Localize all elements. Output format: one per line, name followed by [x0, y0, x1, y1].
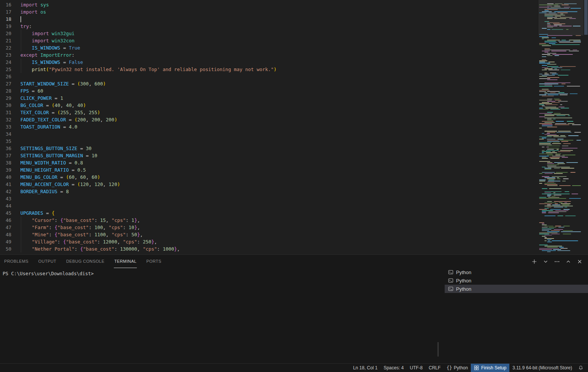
- line-content: import win32gui: [20, 30, 74, 37]
- line-content: IS_WINDOWS = True: [20, 44, 80, 51]
- terminal-list-label: Python: [456, 278, 471, 284]
- line-number: 29: [0, 95, 11, 102]
- status-cursor-position[interactable]: Ln 18, Col 1: [350, 364, 381, 372]
- line-number: 47: [0, 224, 11, 231]
- terminal-scrollbar-thumb[interactable]: [438, 342, 439, 356]
- editor-scrollbar-thumb[interactable]: [584, 0, 588, 35]
- code-line-27[interactable]: 27START_WINDOW_SIZE = (300, 600): [0, 80, 535, 87]
- terminal-list-item-3[interactable]: Python: [445, 285, 588, 293]
- finish-setup-icon: [474, 365, 479, 370]
- status-notifications[interactable]: [575, 364, 586, 372]
- line-content: print("Pywin32 not installed. 'Always On…: [20, 66, 276, 73]
- line-number: 31: [0, 109, 11, 116]
- line-number: 40: [0, 174, 11, 181]
- code-line-47[interactable]: 47 "Farm": {"base_cost": 100, "cps": 10}…: [0, 224, 535, 231]
- line-number: 43: [0, 195, 11, 202]
- code-line-24[interactable]: 24 IS_WINDOWS = False: [0, 59, 535, 66]
- code-editor[interactable]: 16import sys17import os1819try:20 import…: [0, 0, 588, 254]
- status-finish-setup-label: Finish Setup: [481, 365, 506, 370]
- panel-tab-debug-console[interactable]: DEBUG CONSOLE: [66, 255, 105, 268]
- code-line-49[interactable]: 49 "Village": {"base_cost": 12000, "cps"…: [0, 238, 535, 245]
- code-line-48[interactable]: 48 "Mine": {"base_cost": 1100, "cps": 50…: [0, 231, 535, 238]
- code-line-18[interactable]: 18: [0, 16, 535, 23]
- code-line-19[interactable]: 19try:: [0, 23, 535, 30]
- line-content: MENU_HEIGHT_RATIO = 0.5: [20, 166, 86, 174]
- code-line-26[interactable]: 26: [0, 73, 535, 80]
- code-line-38[interactable]: 38MENU_WIDTH_RATIO = 0.8: [0, 159, 535, 166]
- more-actions-icon[interactable]: [554, 259, 560, 265]
- panel-tab-terminal[interactable]: TERMINAL: [114, 255, 137, 268]
- status-python-interpreter[interactable]: 3.11.9 64-bit (Microsoft Store): [509, 364, 575, 372]
- panel-tab-ports[interactable]: PORTS: [146, 255, 162, 268]
- terminal-list-item-2[interactable]: Python: [445, 276, 588, 285]
- line-content: MENU_BG_COLOR = (60, 60, 60): [20, 174, 100, 181]
- status-encoding[interactable]: UTF-8: [407, 364, 426, 372]
- code-line-42[interactable]: 42BORDER_RADIUS = 8: [0, 188, 535, 195]
- code-line-36[interactable]: 36SETTINGS_BUTTON_SIZE = 30: [0, 145, 535, 152]
- line-number: 50: [0, 245, 11, 253]
- status-indentation[interactable]: Spaces: 4: [380, 364, 406, 372]
- code-line-44[interactable]: 44: [0, 202, 535, 209]
- terminal-output[interactable]: PS C:\Users\user\Downloads\dist>: [0, 268, 442, 363]
- line-number: 18: [0, 16, 11, 23]
- code-line-34[interactable]: 34: [0, 130, 535, 138]
- terminal-list: PythonPythonPython: [445, 268, 588, 363]
- line-number: 28: [0, 87, 11, 95]
- status-cursor-position-label: Ln 18, Col 1: [353, 365, 378, 370]
- line-content: SETTINGS_BUTTON_SIZE = 30: [20, 145, 92, 152]
- code-line-46[interactable]: 46 "Cursor": {"base_cost": 15, "cps": 1}…: [0, 217, 535, 224]
- status-finish-setup[interactable]: Finish Setup: [471, 364, 509, 372]
- code-line-30[interactable]: 30BG_COLOR = (40, 40, 40): [0, 102, 535, 109]
- code-line-45[interactable]: 45UPGRADES = {: [0, 209, 535, 217]
- code-line-29[interactable]: 29CLICK_POWER = 1: [0, 95, 535, 102]
- code-line-20[interactable]: 20 import win32gui: [0, 30, 535, 37]
- status-eol[interactable]: CRLF: [426, 364, 444, 372]
- code-line-25[interactable]: 25 print("Pywin32 not installed. 'Always…: [0, 66, 535, 73]
- code-line-41[interactable]: 41MENU_ACCENT_COLOR = (120, 120, 120): [0, 181, 535, 188]
- line-number: 19: [0, 23, 11, 30]
- terminal-list-item-1[interactable]: Python: [445, 268, 588, 276]
- line-content: import sys: [20, 1, 49, 8]
- code-line-31[interactable]: 31TEXT_COLOR = (255, 255, 255): [0, 109, 535, 116]
- line-number: 45: [0, 209, 11, 217]
- code-line-32[interactable]: 32FADED_TEXT_COLOR = (200, 200, 200): [0, 116, 535, 123]
- panel-tabs: PROBLEMSOUTPUTDEBUG CONSOLETERMINALPORTS: [4, 255, 162, 268]
- line-number: 21: [0, 37, 11, 44]
- minimap[interactable]: [538, 0, 583, 254]
- line-content: "Nether Portal": {"base_cost": 130000, "…: [20, 245, 180, 253]
- code-line-35[interactable]: 35: [0, 138, 535, 145]
- line-content: START_WINDOW_SIZE = (300, 600): [20, 80, 106, 87]
- line-content: IS_WINDOWS = False: [20, 59, 83, 66]
- code-lines: 16import sys17import os1819try:20 import…: [0, 1, 535, 253]
- close-panel-icon[interactable]: [577, 259, 583, 265]
- status-eol-label: CRLF: [429, 365, 441, 370]
- minimap-slider[interactable]: [538, 0, 583, 36]
- code-line-39[interactable]: 39MENU_HEIGHT_RATIO = 0.5: [0, 166, 535, 174]
- terminal-prompt[interactable]: PS C:\Users\user\Downloads\dist>: [3, 271, 94, 276]
- maximize-panel-icon[interactable]: [565, 259, 571, 265]
- code-line-16[interactable]: 16import sys: [0, 1, 535, 8]
- line-number: 22: [0, 44, 11, 51]
- panel-tab-output[interactable]: OUTPUT: [38, 255, 57, 268]
- code-line-23[interactable]: 23except ImportError:: [0, 51, 535, 59]
- code-line-28[interactable]: 28FPS = 60: [0, 87, 535, 95]
- bottom-panel: PROBLEMSOUTPUTDEBUG CONSOLETERMINALPORTS…: [0, 254, 588, 364]
- editor-scrollbar[interactable]: [583, 0, 588, 254]
- status-encoding-label: UTF-8: [410, 365, 423, 370]
- code-line-50[interactable]: 50 "Nether Portal": {"base_cost": 130000…: [0, 245, 535, 253]
- terminal-icon: [448, 278, 453, 283]
- code-line-37[interactable]: 37SETTINGS_BUTTON_MARGIN = 10: [0, 152, 535, 159]
- code-line-21[interactable]: 21 import win32con: [0, 37, 535, 44]
- panel-tab-problems[interactable]: PROBLEMS: [4, 255, 29, 268]
- new-terminal-icon[interactable]: [531, 259, 537, 265]
- code-line-22[interactable]: 22 IS_WINDOWS = True: [0, 44, 535, 51]
- code-line-17[interactable]: 17import os: [0, 8, 535, 16]
- status-language-mode[interactable]: {}Python: [444, 364, 471, 372]
- line-number: 35: [0, 138, 11, 145]
- notifications-icon: [578, 365, 583, 370]
- launch-profile-icon[interactable]: [543, 259, 549, 265]
- code-line-40[interactable]: 40MENU_BG_COLOR = (60, 60, 60): [0, 174, 535, 181]
- line-number: 33: [0, 123, 11, 130]
- code-line-33[interactable]: 33TOAST_DURATION = 4.0: [0, 123, 535, 130]
- code-line-43[interactable]: 43: [0, 195, 535, 202]
